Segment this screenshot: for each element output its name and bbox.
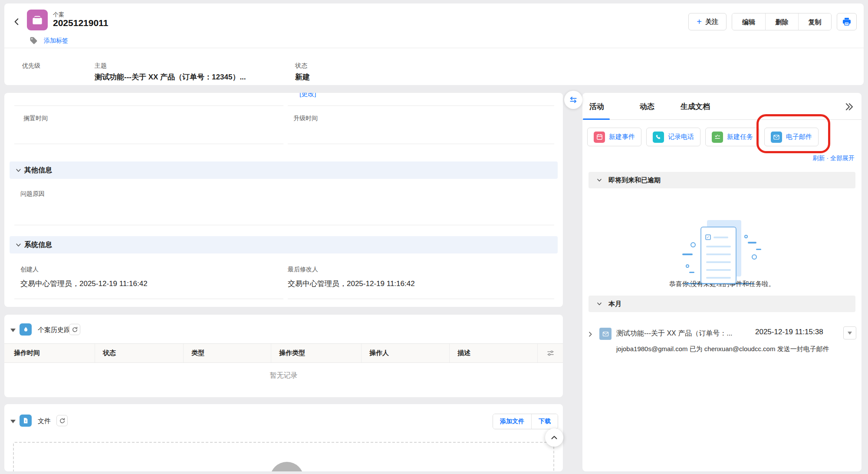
section-title: 本月 [608,300,621,308]
add-tag-link[interactable]: 添加标签 [44,37,68,45]
expand-all-link[interactable]: 全部展开 [830,155,855,161]
swap-arrows-icon [569,95,578,104]
chevron-down-icon [15,242,22,248]
scroll-to-top-button[interactable] [545,428,563,447]
header-divider [4,48,864,48]
add-file-button[interactable]: 添加文件 [493,414,531,429]
tab-generate-doc[interactable]: 生成文档 [681,102,710,112]
history-list-icon [20,323,32,336]
phone-icon [653,132,664,143]
col-header[interactable]: 操作类型 [271,344,361,362]
file-icon [22,417,29,424]
active-tab-underline [583,118,610,120]
chevron-right-icon [587,331,594,338]
panel-expand-button[interactable] [844,102,855,114]
copy-button[interactable]: 复制 [798,13,831,30]
column-settings-button[interactable] [537,344,563,362]
problem-reason-label: 问题原因 [20,190,45,198]
chevron-down-icon [15,167,22,174]
col-header[interactable]: 状态 [95,344,183,362]
list-links: 刷新 · 全部展开 [813,155,855,162]
history-table-header: 操作时间 状态 类型 操作类型 操作人 描述 [4,343,563,363]
status-value: 新建 [295,72,310,82]
field-underline [14,105,283,106]
tag-row: 添加标签 [30,36,68,45]
modified-by-label: 最后修改人 [288,266,318,273]
detail-card: [更改] 搁置时间 升级时间 其他信息 问题原因 系统信息 创建人 交易中心管理… [4,93,563,307]
calendar-icon [594,132,605,143]
files-card: 文件 添加文件 下载 [4,404,563,471]
field-underline [14,225,554,225]
log-call-button[interactable]: 记录电话 [646,128,700,146]
envelope-icon [602,330,609,338]
hold-time-label: 搁置时间 [23,115,48,122]
change-link[interactable]: [更改] [299,93,316,98]
record-actions-group: 编辑 删除 复制 [732,13,832,30]
back-chevron-icon [11,16,23,27]
field-underline [14,299,283,299]
follow-button[interactable]: + 关注 [688,13,727,30]
printer-icon [842,16,852,27]
new-task-button[interactable]: 新建任务 [705,128,760,146]
tab-feed[interactable]: 动态 [640,102,654,112]
delete-button[interactable]: 删除 [765,13,798,30]
refresh-icon [72,326,78,333]
section-upcoming-overdue[interactable]: 即将到来和已逾期 [589,172,855,188]
record-id: 20251219011 [53,18,108,28]
subject-label: 主题 [95,62,107,70]
col-header[interactable]: 描述 [449,344,537,362]
email-button[interactable]: 电子邮件 [764,128,819,146]
email-item-timestamp: 2025-12-19 11:15:38 [755,328,823,336]
section-system-info[interactable]: 系统信息 [10,236,558,253]
panel-collapse-handle[interactable] [564,91,582,109]
email-item-menu-button[interactable] [843,326,856,339]
back-button[interactable] [10,16,23,29]
download-button[interactable]: 下载 [531,414,558,429]
files-title: 文件 [38,417,51,425]
record-header-card: 个案 20251219011 添加标签 + 关注 编辑 删除 复制 [4,3,864,85]
activity-panel: 活动 动态 生成文档 新建事件 记录电话 [582,93,861,471]
priority-label: 优先级 [22,62,40,70]
section-this-month[interactable]: 本月 [589,296,855,312]
col-header[interactable]: 操作时间 [4,344,95,362]
caret-down-icon [848,332,852,335]
activity-actions: 新建事件 记录电话 新建任务 电子邮件 [587,128,819,146]
activity-tabs: 活动 动态 生成文档 [582,93,861,120]
section-title: 其他信息 [24,166,52,175]
header-actions: + 关注 编辑 删除 复制 [688,13,857,30]
email-item-title[interactable]: 测试功能---关于 XX 产品（订单号：... [616,329,741,338]
illustration-document: ✓ [700,227,736,284]
modified-by-value: 交易中心管理员，2025-12-19 11:16:42 [288,279,415,289]
refresh-link[interactable]: 刷新 [813,155,825,161]
collapse-triangle-icon[interactable] [10,329,16,332]
field-underline [14,144,283,144]
new-event-button[interactable]: 新建事件 [587,128,641,146]
field-underline [288,105,554,106]
col-header[interactable]: 类型 [183,344,271,362]
tab-activity[interactable]: 活动 [589,102,604,112]
mail-icon [771,132,782,143]
col-header[interactable]: 操作人 [361,344,449,362]
files-refresh-button[interactable] [56,415,68,426]
edit-button[interactable]: 编辑 [732,13,765,30]
action-label: 新建任务 [727,133,753,141]
chevron-down-icon [596,177,602,183]
email-item-expand-button[interactable] [587,331,594,339]
case-history-card: 个案历史跟踪 操作时间 状态 类型 操作类型 操作人 描述 暂无记录 [4,315,563,397]
history-empty-text: 暂无记录 [4,371,563,380]
case-detail-page: 个案 20251219011 添加标签 + 关注 编辑 删除 复制 [0,0,868,474]
created-by-value: 交易中心管理员，2025-12-19 11:16:42 [20,279,148,289]
print-button[interactable] [837,13,857,30]
task-icon [712,132,723,143]
section-title: 即将到来和已逾期 [608,176,661,184]
sliders-icon [546,349,555,357]
tag-icon [30,36,38,45]
escalate-time-label: 升级时间 [293,115,318,122]
chevron-up-icon [549,433,559,442]
history-refresh-button[interactable] [69,324,80,335]
section-other-info[interactable]: 其他信息 [10,161,558,179]
collapse-triangle-icon[interactable] [10,420,16,423]
droplet-icon [22,326,30,333]
briefcase-icon [31,13,44,26]
action-label: 新建事件 [609,133,635,141]
